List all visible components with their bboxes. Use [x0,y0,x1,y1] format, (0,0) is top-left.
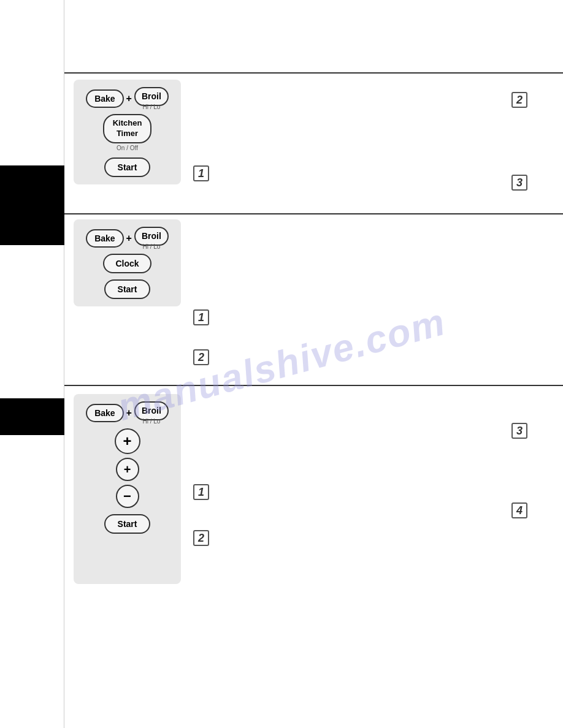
step-num-2-s2: 2 [193,349,209,365]
step-num-2-s1: 2 [511,92,527,108]
broil-group-2: Broil Hi / Lo [134,227,169,250]
bake-button-1[interactable]: Bake [86,89,123,108]
step3-s1: 3 [511,175,532,191]
kitchen-timer-button-1[interactable]: KitchenTimer [103,114,152,143]
section2-rule [64,385,563,386]
plus-sign-2: + [126,233,132,244]
plus-circle-button[interactable]: + [116,458,139,481]
step2-s2: 2 [193,349,214,365]
panel-row-bake-broil-3: Bake + Broil Hi / Lo [86,401,169,425]
step1-s1: 1 [193,165,214,181]
step4-s3: 4 [511,502,532,518]
section2: Bake + Broil Hi / Lo Clock Start 1 2 [64,214,563,386]
clock-button[interactable]: Clock [103,254,151,273]
panel-row-bake-broil-1: Bake + Broil Hi / Lo [86,87,169,110]
broil-group-1: Broil Hi / Lo [134,87,169,110]
start-button-2[interactable]: Start [104,279,151,299]
step-num-1-s2: 1 [193,309,209,325]
step2-s3: 2 [193,530,214,546]
plus-large-button[interactable]: + [115,428,140,454]
minus-circle-button[interactable]: − [116,485,139,508]
sidebar-black-block-2 [0,398,64,435]
control-panel-2: Bake + Broil Hi / Lo Clock Start [74,219,181,306]
step3-s3: 3 [511,423,532,439]
start-button-3[interactable]: Start [104,514,151,534]
step-num-1-s1: 1 [193,165,209,181]
plus-sign-3: + [126,408,132,419]
on-off-label-1: On / Off [117,145,138,151]
step1-s2: 1 [193,309,214,325]
bake-button-2[interactable]: Bake [86,229,123,248]
start-button-1[interactable]: Start [104,157,151,177]
step2-s1: 2 [511,92,532,108]
step-num-3-s1: 3 [511,175,527,191]
broil-group-3: Broil Hi / Lo [134,401,169,425]
section1: Bake + Broil Hi / Lo KitchenTimer On / O… [64,74,563,214]
main-content: Bake + Broil Hi / Lo KitchenTimer On / O… [64,0,563,728]
bake-button-3[interactable]: Bake [86,404,123,423]
step-num-2-s3: 2 [193,530,209,546]
step-num-3-s3: 3 [511,423,527,439]
step-num-4-s3: 4 [511,502,527,518]
step-num-1-s3: 1 [193,484,209,500]
plus-sign-1: + [126,93,132,104]
step1-s3: 1 [193,484,214,500]
sidebar [0,0,64,728]
section3: Bake + Broil Hi / Lo + + − Start 1 2 [64,389,563,616]
control-panel-1: Bake + Broil Hi / Lo KitchenTimer On / O… [74,80,181,184]
control-panel-3: Bake + Broil Hi / Lo + + − Start [74,394,181,584]
sidebar-black-block-1 [0,165,64,245]
panel-row-bake-broil-2: Bake + Broil Hi / Lo [86,227,169,250]
